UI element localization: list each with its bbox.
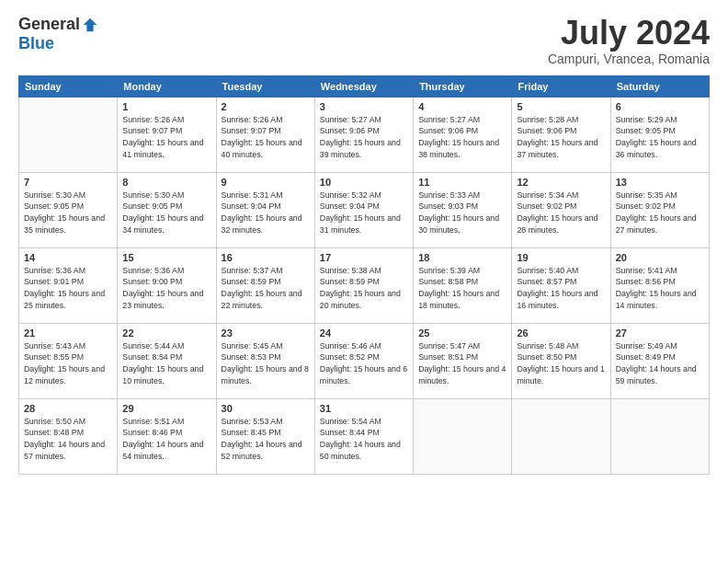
table-row: 17Sunrise: 5:38 AMSunset: 8:59 PMDayligh… (314, 247, 413, 323)
day-number: 22 (122, 327, 210, 339)
col-header-sunday: Sunday (19, 75, 118, 97)
table-row (19, 97, 118, 172)
day-info: Sunrise: 5:32 AMSunset: 9:04 PMDaylight:… (320, 190, 408, 236)
table-row: 27Sunrise: 5:49 AMSunset: 8:49 PMDayligh… (610, 323, 709, 398)
table-row: 20Sunrise: 5:41 AMSunset: 8:56 PMDayligh… (610, 247, 709, 323)
day-info: Sunrise: 5:50 AMSunset: 8:48 PMDaylight:… (24, 416, 112, 463)
day-info: Sunrise: 5:40 AMSunset: 8:57 PMDaylight:… (517, 265, 605, 312)
page: General Blue July 2024 Campuri, Vrancea,… (0, 0, 728, 563)
table-row: 10Sunrise: 5:32 AMSunset: 9:04 PMDayligh… (314, 172, 413, 247)
table-row: 1Sunrise: 5:26 AMSunset: 9:07 PMDaylight… (118, 97, 216, 172)
table-row: 9Sunrise: 5:31 AMSunset: 9:04 PMDaylight… (216, 172, 314, 247)
day-number: 23 (222, 327, 310, 339)
day-number: 9 (222, 177, 310, 188)
day-info: Sunrise: 5:33 AMSunset: 9:03 PMDaylight:… (418, 190, 506, 236)
day-info: Sunrise: 5:45 AMSunset: 8:53 PMDaylight:… (222, 340, 310, 387)
day-number: 10 (320, 177, 408, 188)
day-info: Sunrise: 5:54 AMSunset: 8:44 PMDaylight:… (320, 416, 408, 463)
table-row (610, 398, 709, 474)
day-info: Sunrise: 5:51 AMSunset: 8:46 PMDaylight:… (122, 416, 210, 463)
day-info: Sunrise: 5:35 AMSunset: 9:02 PMDaylight:… (616, 190, 704, 236)
table-row: 6Sunrise: 5:29 AMSunset: 9:05 PMDaylight… (610, 97, 709, 172)
day-number: 18 (418, 252, 506, 263)
col-header-thursday: Thursday (414, 75, 512, 97)
table-row: 16Sunrise: 5:37 AMSunset: 8:59 PMDayligh… (216, 247, 314, 323)
calendar-week-row: 28Sunrise: 5:50 AMSunset: 8:48 PMDayligh… (19, 398, 710, 474)
day-info: Sunrise: 5:36 AMSunset: 9:01 PMDaylight:… (24, 265, 112, 312)
day-number: 8 (122, 177, 210, 188)
day-number: 16 (222, 252, 310, 263)
day-number: 31 (320, 403, 408, 414)
col-header-friday: Friday (512, 75, 610, 97)
day-number: 26 (517, 327, 605, 339)
day-info: Sunrise: 5:31 AMSunset: 9:04 PMDaylight:… (222, 190, 310, 236)
day-info: Sunrise: 5:34 AMSunset: 9:02 PMDaylight:… (517, 190, 605, 236)
calendar-header-row: Sunday Monday Tuesday Wednesday Thursday… (19, 75, 710, 97)
day-info: Sunrise: 5:49 AMSunset: 8:49 PMDaylight:… (616, 340, 704, 387)
table-row: 3Sunrise: 5:27 AMSunset: 9:06 PMDaylight… (314, 97, 413, 172)
table-row: 5Sunrise: 5:28 AMSunset: 9:06 PMDaylight… (512, 97, 610, 172)
day-info: Sunrise: 5:43 AMSunset: 8:55 PMDaylight:… (24, 340, 112, 387)
day-info: Sunrise: 5:38 AMSunset: 8:59 PMDaylight:… (320, 265, 408, 312)
day-number: 29 (122, 403, 210, 414)
day-number: 1 (122, 101, 210, 112)
day-info: Sunrise: 5:30 AMSunset: 9:05 PMDaylight:… (122, 190, 210, 236)
day-info: Sunrise: 5:37 AMSunset: 8:59 PMDaylight:… (222, 265, 310, 312)
day-info: Sunrise: 5:41 AMSunset: 8:56 PMDaylight:… (616, 265, 704, 312)
logo: General Blue (18, 15, 98, 53)
day-number: 12 (517, 177, 605, 188)
header: General Blue July 2024 Campuri, Vrancea,… (18, 15, 710, 66)
day-info: Sunrise: 5:53 AMSunset: 8:45 PMDaylight:… (222, 416, 310, 463)
table-row: 7Sunrise: 5:30 AMSunset: 9:05 PMDaylight… (19, 172, 118, 247)
day-info: Sunrise: 5:47 AMSunset: 8:51 PMDaylight:… (418, 340, 506, 387)
table-row: 21Sunrise: 5:43 AMSunset: 8:55 PMDayligh… (19, 323, 118, 398)
day-number: 14 (24, 252, 112, 263)
table-row: 11Sunrise: 5:33 AMSunset: 9:03 PMDayligh… (414, 172, 512, 247)
svg-marker-0 (84, 17, 97, 30)
table-row: 15Sunrise: 5:36 AMSunset: 9:00 PMDayligh… (118, 247, 216, 323)
day-number: 28 (24, 403, 112, 414)
day-number: 25 (418, 327, 506, 339)
day-number: 17 (320, 252, 408, 263)
day-info: Sunrise: 5:28 AMSunset: 9:06 PMDaylight:… (517, 114, 605, 161)
day-number: 20 (616, 252, 704, 263)
calendar-week-row: 1Sunrise: 5:26 AMSunset: 9:07 PMDaylight… (19, 97, 710, 172)
table-row: 14Sunrise: 5:36 AMSunset: 9:01 PMDayligh… (19, 247, 118, 323)
title-block: July 2024 Campuri, Vrancea, Romania (548, 15, 710, 66)
table-row: 18Sunrise: 5:39 AMSunset: 8:58 PMDayligh… (414, 247, 512, 323)
table-row: 30Sunrise: 5:53 AMSunset: 8:45 PMDayligh… (216, 398, 314, 474)
day-info: Sunrise: 5:27 AMSunset: 9:06 PMDaylight:… (320, 114, 408, 161)
calendar-week-row: 7Sunrise: 5:30 AMSunset: 9:05 PMDaylight… (19, 172, 710, 247)
table-row: 26Sunrise: 5:48 AMSunset: 8:50 PMDayligh… (512, 323, 610, 398)
table-row: 12Sunrise: 5:34 AMSunset: 9:02 PMDayligh… (512, 172, 610, 247)
day-number: 19 (517, 252, 605, 263)
day-info: Sunrise: 5:44 AMSunset: 8:54 PMDaylight:… (122, 340, 210, 387)
col-header-tuesday: Tuesday (216, 75, 314, 97)
table-row: 25Sunrise: 5:47 AMSunset: 8:51 PMDayligh… (414, 323, 512, 398)
calendar-week-row: 21Sunrise: 5:43 AMSunset: 8:55 PMDayligh… (19, 323, 710, 398)
table-row (512, 398, 610, 474)
day-number: 6 (616, 101, 704, 112)
day-info: Sunrise: 5:36 AMSunset: 9:00 PMDaylight:… (122, 265, 210, 312)
day-info: Sunrise: 5:29 AMSunset: 9:05 PMDaylight:… (616, 114, 704, 161)
table-row: 24Sunrise: 5:46 AMSunset: 8:52 PMDayligh… (314, 323, 413, 398)
table-row: 28Sunrise: 5:50 AMSunset: 8:48 PMDayligh… (19, 398, 118, 474)
day-info: Sunrise: 5:39 AMSunset: 8:58 PMDaylight:… (418, 265, 506, 312)
col-header-monday: Monday (118, 75, 216, 97)
subtitle: Campuri, Vrancea, Romania (548, 52, 710, 66)
table-row: 13Sunrise: 5:35 AMSunset: 9:02 PMDayligh… (610, 172, 709, 247)
table-row (414, 398, 512, 474)
day-number: 13 (616, 177, 704, 188)
table-row: 31Sunrise: 5:54 AMSunset: 8:44 PMDayligh… (314, 398, 413, 474)
col-header-wednesday: Wednesday (314, 75, 413, 97)
day-number: 11 (418, 177, 506, 188)
day-number: 7 (24, 177, 112, 188)
day-info: Sunrise: 5:26 AMSunset: 9:07 PMDaylight:… (222, 114, 310, 161)
logo-blue-text: Blue (18, 34, 54, 53)
col-header-saturday: Saturday (610, 75, 709, 97)
table-row: 2Sunrise: 5:26 AMSunset: 9:07 PMDaylight… (216, 97, 314, 172)
table-row: 29Sunrise: 5:51 AMSunset: 8:46 PMDayligh… (118, 398, 216, 474)
table-row: 4Sunrise: 5:27 AMSunset: 9:06 PMDaylight… (414, 97, 512, 172)
day-info: Sunrise: 5:30 AMSunset: 9:05 PMDaylight:… (24, 190, 112, 236)
day-info: Sunrise: 5:26 AMSunset: 9:07 PMDaylight:… (122, 114, 210, 161)
